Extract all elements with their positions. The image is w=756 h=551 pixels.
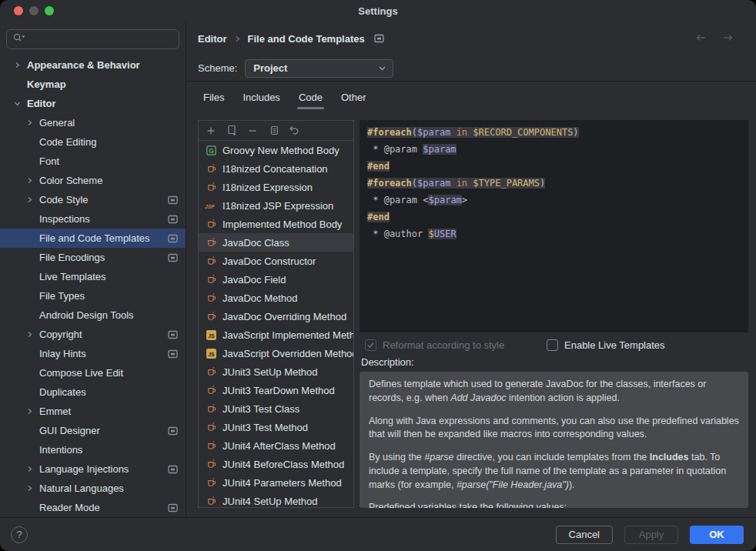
inline-settings-icon[interactable] [168, 426, 178, 436]
sidebar-item-compose-live-edit[interactable]: Compose Live Edit [0, 363, 186, 382]
inline-settings-icon[interactable] [168, 234, 178, 243]
template-item-javascript-overridden-method-body[interactable]: JSJavaScript Overridden Method Body [199, 344, 353, 362]
chevron-right-icon[interactable] [23, 194, 35, 206]
inline-settings-icon[interactable] [168, 465, 178, 474]
chevron-right-icon[interactable] [23, 117, 35, 129]
template-item-junit3-test-method[interactable]: JUnit3 Test Method [199, 418, 353, 436]
template-item-javadoc-class[interactable]: JavaDoc Class [199, 233, 353, 252]
inline-settings-icon[interactable] [168, 349, 178, 359]
template-item-junit4-beforeclass-method[interactable]: JUnit4 BeforeClass Method [199, 455, 353, 473]
template-item-groovy-new-method-body[interactable]: GGroovy New Method Body [199, 141, 353, 159]
sidebar-item-label: Code Editing [39, 136, 96, 148]
sidebar-item-keymap[interactable]: Keymap [0, 75, 186, 94]
sidebar-item-general[interactable]: General [0, 113, 186, 132]
chevron-right-icon[interactable] [23, 329, 35, 341]
template-item-junit3-setup-method[interactable]: JUnit3 SetUp Method [199, 362, 353, 381]
template-code-editor[interactable]: #foreach($param in $RECORD_COMPONENTS) *… [360, 120, 748, 332]
template-item-junit4-afterclass-method[interactable]: JUnit4 AfterClass Method [199, 436, 353, 455]
sidebar-item-code-style[interactable]: Code Style [0, 190, 186, 209]
template-item-javadoc-method[interactable]: JavaDoc Method [199, 289, 353, 307]
sidebar-item-editor[interactable]: Editor [0, 94, 186, 113]
apply-button[interactable]: Apply [624, 526, 678, 544]
sidebar-item-intentions[interactable]: Intentions [0, 440, 186, 459]
sidebar-item-duplicates[interactable]: Duplicates [0, 382, 186, 402]
sidebar-item-copyright[interactable]: Copyright [0, 325, 186, 344]
chevron-right-icon[interactable] [23, 175, 35, 187]
ok-button[interactable]: OK [690, 526, 744, 544]
sidebar-item-inlay-hints[interactable]: Inlay Hints [0, 344, 186, 363]
search-input[interactable] [29, 34, 173, 45]
chevron-right-icon[interactable] [23, 463, 35, 476]
help-button[interactable]: ? [11, 526, 28, 543]
sidebar-item-inspections[interactable]: Inspections [0, 209, 186, 229]
template-item-javadoc-field[interactable]: JavaDoc Field [199, 270, 353, 289]
copy-template-icon[interactable] [267, 125, 279, 137]
template-list: GGroovy New Method BodyI18nized Concaten… [199, 141, 353, 507]
template-item-label: JUnit3 TearDown Method [222, 385, 335, 396]
cancel-button[interactable]: Cancel [556, 526, 613, 544]
tab-files[interactable]: Files [203, 92, 224, 111]
sidebar-item-label: Intentions [39, 444, 82, 456]
sidebar-item-label: Reader Mode [39, 502, 100, 513]
template-item-junit3-test-class[interactable]: JUnit3 Test Class [199, 399, 353, 418]
template-item-javadoc-overriding-method[interactable]: JavaDoc Overriding Method [199, 307, 353, 326]
inline-settings-icon[interactable] [168, 215, 178, 224]
sidebar-item-label: Appearance & Behavior [27, 59, 140, 71]
chevron-right-icon[interactable] [23, 483, 35, 495]
checkbox-unchecked-icon[interactable] [547, 339, 558, 351]
inline-settings-icon[interactable] [168, 253, 178, 262]
chevron-spacer [23, 252, 35, 264]
sidebar-item-natural-languages[interactable]: Natural Languages [0, 479, 186, 498]
sidebar-item-font[interactable]: Font [0, 152, 186, 171]
template-item-i18nized-expression[interactable]: I18nized Expression [199, 178, 353, 196]
tab-other[interactable]: Other [341, 92, 366, 111]
enable-live-templates-checkbox[interactable]: Enable Live Templates [547, 339, 665, 351]
sidebar-item-code-editing[interactable]: Code Editing [0, 132, 186, 152]
tab-code[interactable]: Code [299, 92, 323, 111]
sidebar-item-android-design-tools[interactable]: Android Design Tools [0, 306, 186, 325]
sidebar-item-label: Inspections [39, 213, 90, 225]
sidebar-item-appearance-behavior[interactable]: Appearance & Behavior [0, 55, 186, 75]
sidebar-item-label: Color Scheme [39, 175, 102, 186]
template-item-javascript-implemented-method-body[interactable]: JSJavaScript Implemented Method Body [199, 326, 353, 344]
inline-settings-icon[interactable] [168, 195, 178, 205]
inline-settings-icon[interactable] [168, 330, 178, 339]
sidebar-item-file-and-code-templates[interactable]: File and Code Templates [0, 229, 186, 248]
template-item-javadoc-constructor[interactable]: JavaDoc Constructor [199, 252, 353, 270]
sidebar-item-reader-mode[interactable]: Reader Mode [0, 498, 186, 517]
breadcrumb-editor[interactable]: Editor [198, 33, 227, 45]
sidebar-item-gui-designer[interactable]: GUI Designer [0, 421, 186, 440]
sidebar-item-emmet[interactable]: Emmet [0, 402, 186, 421]
reformat-checkbox: Reformat according to style [365, 339, 547, 351]
inline-settings-icon[interactable] [168, 503, 178, 513]
sidebar-item-live-templates[interactable]: Live Templates [0, 267, 186, 286]
chevron-right-icon[interactable] [11, 59, 23, 72]
create-child-template-icon[interactable] [226, 125, 238, 137]
groovy-icon: G [205, 145, 218, 155]
template-item-i18nized-concatenation[interactable]: I18nized Concatenation [199, 159, 353, 178]
template-item-implemented-method-body[interactable]: Implemented Method Body [199, 215, 353, 233]
js-icon: JS [205, 349, 218, 359]
tab-includes[interactable]: Includes [243, 92, 279, 111]
sidebar-item-file-types[interactable]: File Types [0, 286, 186, 306]
chevron-right-icon[interactable] [23, 406, 35, 418]
template-item-junit4-setup-method[interactable]: JUnit4 SetUp Method [199, 492, 353, 507]
template-item-label: JavaScript Overridden Method Body [222, 348, 353, 359]
template-item-junit4-parameters-method[interactable]: JUnit4 Parameters Method [199, 473, 353, 492]
add-template-icon[interactable] [205, 125, 217, 137]
scheme-select[interactable]: Project [245, 59, 393, 78]
window-title: Settings [0, 5, 756, 17]
template-item-junit3-teardown-method[interactable]: JUnit3 TearDown Method [199, 381, 353, 399]
sidebar-item-color-scheme[interactable]: Color Scheme [0, 171, 186, 190]
sidebar-item-file-encodings[interactable]: File Encodings [0, 248, 186, 267]
reset-to-default-icon[interactable] [288, 125, 300, 137]
remove-template-icon[interactable] [246, 125, 259, 137]
template-item-label: JUnit4 BeforeClass Method [222, 459, 344, 470]
chevron-down-icon[interactable] [11, 98, 23, 110]
template-item-label: Groovy New Method Body [222, 145, 340, 156]
template-item-i18nized-jsp-expression[interactable]: JSPI18nized JSP Expression [199, 196, 353, 215]
search-field[interactable] [6, 29, 179, 49]
inline-settings-icon[interactable] [374, 34, 384, 43]
sidebar-item-language-injections[interactable]: Language Injections [0, 459, 186, 479]
scheme-value: Project [253, 62, 378, 74]
